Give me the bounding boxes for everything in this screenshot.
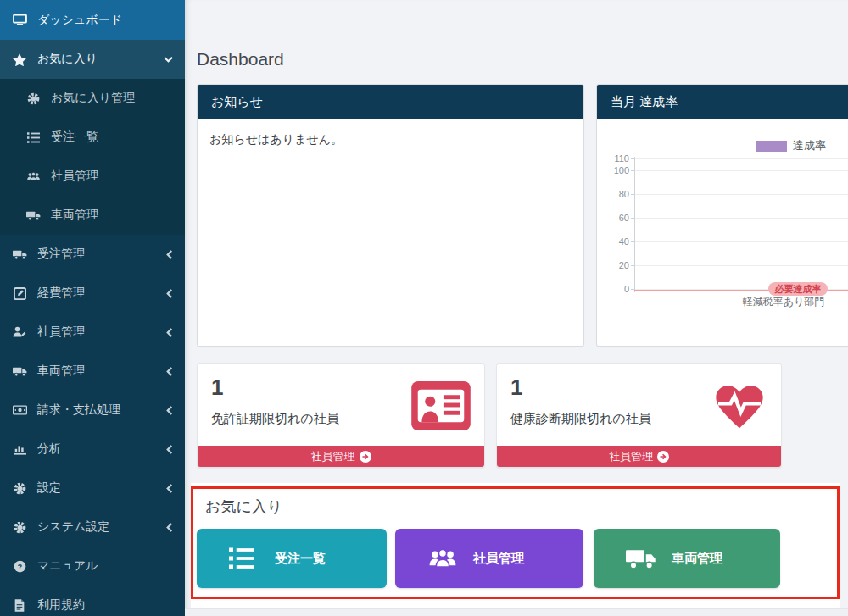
users-icon [427,547,458,570]
gridline [634,218,848,219]
expired-license-card: 1 免許証期限切れの社員 社員管理 [197,363,485,468]
gear-icon [10,482,29,495]
chevron-left-icon [166,289,173,298]
y-tick: 110 [602,153,629,164]
sidebar: ダッシュボード お気に入り お気に入り管理 受注一覧 [0,0,185,616]
notice-panel-header: お知らせ [198,85,583,119]
arrow-circle-right-icon [657,451,669,463]
star-icon [10,53,29,66]
chart-panel-header: 当月 達成率 [597,85,848,119]
gridline [634,158,848,159]
required-rate-badge: 必要達成率 [768,282,828,296]
employee-management-link[interactable]: 社員管理 [198,446,484,467]
achievement-chart-panel: 当月 達成率 達成率 110 100 80 60 40 20 0 [596,84,848,347]
main-content: Dashboard お知らせ お知らせはありません。 当月 達成率 達成率 11… [185,0,848,616]
favorites-highlight-box: お気に入り 受注一覧 社員管理 車両管理 [191,486,840,599]
sidebar-item-settings[interactable]: 設定 [0,469,185,508]
truck-icon [10,249,29,260]
y-tick: 60 [602,213,629,223]
svg-text:?: ? [17,562,21,570]
pen-square-icon [10,287,29,300]
notice-panel-body: お知らせはありません。 [198,119,583,161]
money-icon [10,405,29,415]
chevron-left-icon [166,523,173,532]
sidebar-item-employees[interactable]: 社員管理 [0,157,185,196]
users-icon [24,171,42,182]
chevron-down-icon [164,56,173,63]
list-icon [229,547,254,569]
chevron-left-icon [166,250,173,259]
gridline [634,194,848,195]
favorites-title: お気に入り [205,497,282,517]
achievement-rate-chart: 達成率 110 100 80 60 40 20 0 [597,119,848,347]
arrow-circle-right-icon [360,451,371,463]
dashboard-page: ダッシュボード お気に入り お気に入り管理 受注一覧 [0,0,848,616]
sidebar-item-orders-list[interactable]: 受注一覧 [0,118,185,157]
stat-value: 1 [211,375,223,401]
stat-label: 免許証期限切れの社員 [211,411,339,427]
favorite-employee-management-button[interactable]: 社員管理 [395,529,583,588]
sidebar-item-vehicle-management[interactable]: 車両管理 [0,352,185,391]
desktop-icon [10,14,29,26]
stat-value: 1 [510,375,522,401]
sidebar-item-expense-management[interactable]: 経費管理 [0,274,185,313]
gridline [634,170,848,171]
truck-icon [10,366,29,377]
favorite-orders-list-button[interactable]: 受注一覧 [197,529,387,588]
id-card-icon [411,381,471,434]
sidebar-item-favorites[interactable]: お気に入り [0,40,185,79]
y-tick: 20 [602,260,629,270]
sidebar-item-order-management[interactable]: 受注管理 [0,235,185,274]
sidebar-item-analysis[interactable]: 分析 [0,430,185,469]
question-circle-icon: ? [10,560,29,573]
chevron-left-icon [166,367,173,376]
sidebar-item-system-settings[interactable]: システム設定 [0,508,185,547]
y-tick: 0 [602,284,629,294]
y-tick: 100 [602,165,629,175]
favorite-vehicle-management-button[interactable]: 車両管理 [594,529,780,588]
legend-label: 達成率 [793,138,826,153]
sidebar-item-favorites-manage[interactable]: お気に入り管理 [0,79,185,118]
file-icon [10,599,29,612]
bar-chart-icon [10,444,29,455]
gridline [634,241,848,242]
truck-icon [626,547,656,570]
next-section-edge [185,608,848,616]
y-tick: 40 [602,236,629,247]
user-edit-icon [10,326,29,338]
y-tick: 80 [602,189,629,199]
legend-swatch [756,141,787,152]
y-axis-line [634,157,635,292]
employee-management-link[interactable]: 社員管理 [497,446,781,467]
x-category-label: 軽減税率あり部門 [724,295,843,309]
expired-checkup-card: 1 健康診断期限切れの社員 社員管理 [496,363,782,468]
gridline [634,265,848,266]
sidebar-item-dashboard[interactable]: ダッシュボード [0,0,185,40]
gear-icon [24,92,42,105]
chevron-left-icon [166,484,173,493]
heart-pulse-icon [711,381,767,434]
sidebar-item-manual[interactable]: ? マニュアル [0,547,185,585]
chevron-left-icon [166,445,173,454]
sidebar-item-vehicles[interactable]: 車両管理 [0,196,185,235]
chevron-left-icon [166,328,173,337]
chevron-left-icon [166,406,173,415]
stat-label: 健康診断期限切れの社員 [510,411,651,427]
notice-panel: お知らせ お知らせはありません。 [197,84,584,347]
sidebar-item-terms[interactable]: 利用規約 [0,585,185,616]
sidebar-item-employee-management[interactable]: 社員管理 [0,313,185,352]
list-icon [24,132,42,143]
gear-icon [10,521,29,534]
truck-icon [24,210,42,221]
page-title: Dashboard [197,49,284,69]
sidebar-item-billing-payment[interactable]: 請求・支払処理 [0,391,185,430]
